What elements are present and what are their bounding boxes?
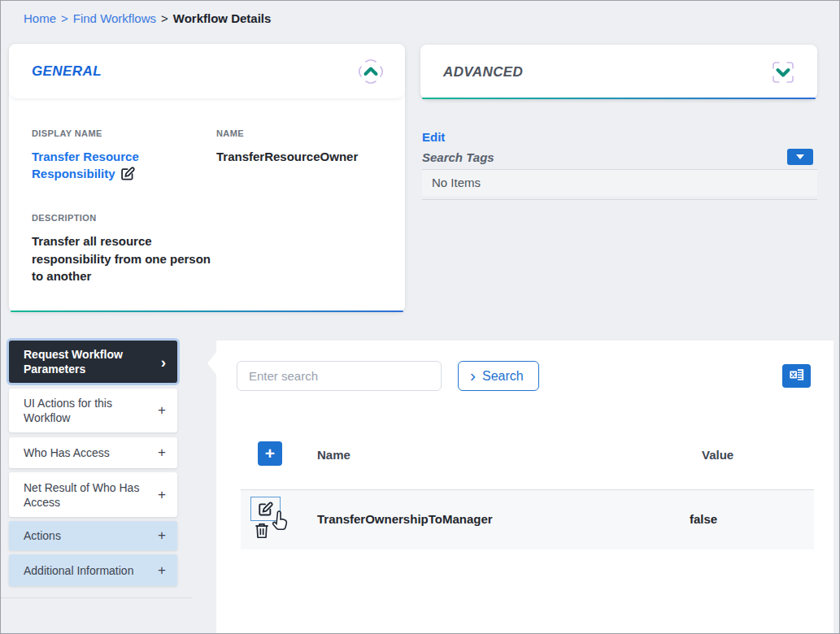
search-tags-empty-state: No Items — [422, 170, 817, 196]
column-header-value: Value — [702, 448, 733, 462]
advanced-expand-button[interactable] — [767, 56, 799, 89]
display-name-value: Transfer Resource Responsibility — [32, 148, 162, 186]
advanced-panel-header: ADVANCED — [420, 45, 817, 99]
plus-icon: + — [158, 487, 166, 503]
expand-down-icon — [767, 79, 799, 91]
sidebar-item-label: Who Has Access — [24, 445, 158, 460]
request-workflow-parameters-panel: › Search + Name Value — [216, 341, 833, 634]
sidebar-item-who-has-access[interactable]: Who Has Access + — [9, 437, 177, 468]
workflow-details-page: Home>Find Workflows>Workflow Details GEN… — [0, 0, 840, 634]
breadcrumb-find-workflows-link[interactable]: Find Workflows — [73, 11, 156, 25]
general-panel-header: GENERAL — [9, 44, 405, 98]
breadcrumb-current: Workflow Details — [173, 11, 272, 25]
parameter-name: TransferOwnershipToManager — [317, 512, 493, 526]
caret-down-icon — [796, 154, 804, 159]
edit-icon — [257, 501, 274, 518]
sidebar-item-label: Request Workflow Parameters — [24, 347, 161, 376]
row-actions — [250, 494, 302, 546]
breadcrumb-separator: > — [61, 11, 68, 25]
edit-parameter-button[interactable] — [250, 497, 281, 521]
chevron-right-icon: › — [470, 367, 476, 384]
sidebar-item-additional-information[interactable]: Additional Information + — [9, 554, 177, 586]
edit-display-name-icon[interactable] — [120, 166, 136, 186]
sidebar-item-net-result-who-has-access[interactable]: Net Result of Who Has Access + — [9, 472, 177, 517]
description-value: Transfer all resource responsibility fro… — [32, 232, 212, 285]
sidebar-item-request-workflow-parameters[interactable]: Request Workflow Parameters › — [9, 341, 177, 383]
table-header-row: + Name Value — [241, 417, 814, 490]
plus-icon: + — [158, 562, 166, 579]
delete-parameter-button[interactable] — [254, 521, 270, 543]
breadcrumb-home-link[interactable]: Home — [24, 11, 56, 25]
advanced-panel: ADVANCED — [420, 45, 817, 99]
name-label: NAME — [216, 128, 244, 138]
general-collapse-button[interactable] — [355, 55, 387, 88]
advanced-panel-title: ADVANCED — [443, 64, 523, 80]
plus-icon: + — [158, 445, 166, 461]
breadcrumb: Home>Find Workflows>Workflow Details — [24, 11, 271, 25]
general-panel: GENERAL DISPLAY NAME Transfer Resource R… — [9, 44, 405, 312]
divider — [1, 597, 192, 598]
general-panel-title: GENERAL — [32, 63, 102, 80]
search-tags-label: Search Tags — [422, 150, 494, 164]
panel-notch — [207, 352, 216, 375]
plus-icon: + — [265, 444, 275, 462]
search-button[interactable]: › Search — [458, 361, 539, 391]
sidebar-item-label: Actions — [24, 528, 158, 543]
display-name-label: DISPLAY NAME — [32, 128, 102, 138]
parameter-value: false — [690, 512, 717, 526]
sidebar-item-actions[interactable]: Actions + — [9, 521, 177, 550]
search-tags-dropdown-button[interactable] — [787, 149, 813, 165]
plus-icon: + — [158, 402, 166, 419]
sidebar-item-label: Additional Information — [24, 563, 158, 578]
add-parameter-button[interactable]: + — [258, 441, 282, 466]
sidebar-item-label: Net Result of Who Has Access — [24, 480, 158, 510]
plus-icon: + — [158, 528, 166, 544]
export-excel-button[interactable] — [782, 364, 811, 388]
chevron-right-icon: › — [161, 354, 166, 370]
excel-icon — [788, 367, 806, 385]
name-value: TransferResourceOwner — [216, 148, 358, 165]
collapse-up-icon — [355, 78, 387, 90]
search-input[interactable] — [237, 361, 442, 391]
parameters-table: + Name Value — [241, 417, 814, 549]
edit-tags-link[interactable]: Edit — [422, 130, 445, 144]
sidebar-item-label: UI Actions for this Workflow — [24, 396, 158, 425]
table-row: TransferOwnershipToManager false — [241, 490, 814, 549]
description-label: DESCRIPTION — [32, 213, 97, 223]
breadcrumb-separator: > — [161, 11, 168, 25]
column-header-name: Name — [317, 448, 350, 462]
trash-icon — [254, 521, 270, 540]
search-button-label: Search — [482, 369, 524, 384]
sidebar-item-ui-actions[interactable]: UI Actions for this Workflow + — [9, 389, 177, 432]
divider — [422, 199, 817, 200]
